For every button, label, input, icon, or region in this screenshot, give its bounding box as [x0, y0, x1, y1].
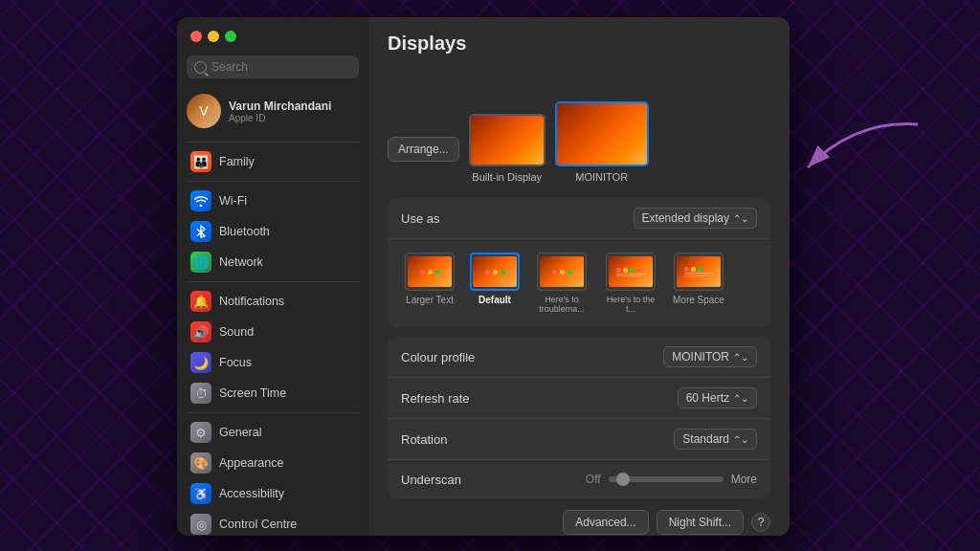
sidebar-label-notifications: Notifications [219, 295, 284, 308]
use-as-row: Use as Extended display ⌃⌄ [388, 198, 770, 239]
avatar: V [187, 94, 221, 128]
advanced-button[interactable]: Advanced... [563, 510, 648, 535]
use-as-dropdown[interactable]: Extended display ⌃⌄ [634, 208, 757, 229]
dot-yellow-t1 [560, 270, 565, 275]
colour-profile-row: Colour profile MOINITOR ⌃⌄ [388, 337, 770, 378]
monitor-display-preview[interactable]: MOINITOR [555, 101, 649, 183]
use-as-selected: Extended display [642, 211, 729, 225]
use-as-chevron: ⌃⌄ [733, 213, 748, 224]
builtin-display-thumbnail [469, 114, 546, 166]
sidebar-item-focus[interactable]: 🌙 Focus [181, 347, 365, 378]
res-option-t2[interactable]: Here's to the t... [600, 249, 661, 318]
sidebar-label-sound: Sound [219, 325, 254, 339]
res-preview-default [470, 253, 520, 291]
divider-2 [187, 181, 359, 182]
res-preview-t1 [537, 253, 587, 291]
res-option-default[interactable]: Default [466, 249, 523, 318]
underscan-more-label: More [731, 473, 757, 486]
page-title: Displays [388, 33, 770, 55]
main-content: Displays Arrange... Built-in Display MOI… [368, 17, 790, 536]
monitor-display-thumbnail [555, 101, 649, 166]
refresh-rate-chevron: ⌃⌄ [733, 393, 748, 404]
d2 [623, 268, 628, 273]
help-button[interactable]: ? [751, 513, 770, 532]
underscan-off-label: Off [586, 473, 601, 486]
family-icon: 👪 [190, 151, 212, 172]
sidebar-label-general: General [219, 426, 261, 439]
sidebar-section-system1: 🔔 Notifications 🔊 Sound 🌙 Focus ⏱ Screen… [177, 286, 368, 408]
resolution-options: Larger Text Default [388, 239, 770, 327]
sidebar-item-controlcentre[interactable]: ◎ Control Centre [181, 509, 365, 536]
sidebar-label-family: Family [219, 155, 255, 168]
sidebar-item-accessibility[interactable]: ♿ Accessibility [181, 478, 365, 509]
colour-profile-selected: MOINITOR [672, 350, 729, 364]
refresh-rate-label: Refresh rate [401, 391, 470, 406]
wifi-icon [190, 190, 212, 211]
arrange-button[interactable]: Arrange... [388, 137, 459, 162]
res-label-larger: Larger Text [406, 295, 454, 305]
sidebar-item-wifi[interactable]: Wi-Fi [181, 186, 365, 216]
dot-green-default [501, 270, 505, 275]
dot-red-larger [420, 270, 425, 275]
divider-3 [187, 281, 359, 282]
sidebar-item-appearance[interactable]: 🎨 Appearance [181, 448, 365, 478]
res-preview-larger [405, 253, 455, 291]
res-label-t1: Here's to troublema... [535, 295, 589, 314]
settings-window: V Varun Mirchandani Apple ID 👪 Family [177, 17, 790, 536]
sidebar-item-sound[interactable]: 🔊 Sound [181, 317, 365, 347]
night-shift-button[interactable]: Night Shift... [657, 510, 744, 535]
screentime-icon: ⏱ [190, 383, 212, 404]
sidebar-item-screentime[interactable]: ⏱ Screen Time [181, 378, 365, 408]
rotation-dropdown[interactable]: Standard ⌃⌄ [674, 429, 757, 450]
accessibility-icon: ♿ [190, 483, 212, 504]
sidebar-label-accessibility: Accessibility [219, 487, 284, 500]
sidebar-item-general[interactable]: ⚙ General [181, 417, 365, 448]
sidebar-item-bluetooth[interactable]: Bluetooth [181, 216, 365, 247]
dot-red-default [485, 270, 490, 275]
res-preview-inner-t2 [609, 256, 653, 287]
sidebar-item-family[interactable]: 👪 Family [181, 146, 365, 177]
res-option-more[interactable]: More Space [669, 249, 728, 318]
sidebar-label-focus: Focus [219, 356, 252, 369]
sidebar-section-system2: ⚙ General 🎨 Appearance ♿ Accessibility ◎… [177, 417, 368, 536]
res-option-t1[interactable]: Here's to troublema... [531, 249, 592, 318]
refresh-rate-dropdown[interactable]: 60 Hertz ⌃⌄ [678, 387, 757, 408]
use-as-value: Extended display ⌃⌄ [634, 208, 757, 229]
d1 [616, 268, 621, 273]
d3 [630, 268, 635, 273]
res-preview-t2 [606, 253, 656, 291]
sidebar: V Varun Mirchandani Apple ID 👪 Family [177, 17, 368, 536]
builtin-display-preview[interactable]: Built-in Display [469, 114, 546, 183]
rotation-value: Standard ⌃⌄ [674, 429, 757, 450]
underscan-thumb [616, 473, 630, 486]
dm3 [698, 267, 702, 272]
search-bar[interactable] [187, 55, 359, 78]
user-subtitle: Apple ID [229, 113, 331, 123]
maximize-button[interactable] [225, 31, 236, 42]
search-input[interactable] [212, 60, 351, 74]
sidebar-section-network: Wi-Fi Bluetooth 🌐 Network [177, 186, 368, 277]
sidebar-item-network[interactable]: 🌐 Network [181, 247, 365, 277]
builtin-display-label: Built-in Display [472, 171, 542, 183]
monitor-display-image [557, 103, 647, 165]
sidebar-label-appearance: Appearance [219, 456, 283, 470]
display-previews: Arrange... Built-in Display MOINITOR [388, 68, 770, 183]
builtin-display-image [471, 116, 544, 165]
use-as-label: Use as [401, 211, 439, 226]
colour-profile-dropdown[interactable]: MOINITOR ⌃⌄ [663, 346, 757, 367]
user-name: Varun Mirchandani [229, 99, 331, 113]
underscan-slider[interactable] [609, 476, 724, 482]
colour-profile-label: Colour profile [401, 350, 475, 364]
minimize-button[interactable] [208, 31, 219, 42]
bottom-buttons: Advanced... Night Shift... ? [388, 510, 770, 535]
underscan-value: Off More [586, 473, 757, 486]
dot-yellow-larger [428, 270, 433, 275]
res-dots-larger [420, 270, 440, 275]
user-profile[interactable]: V Varun Mirchandani Apple ID [177, 88, 368, 138]
sidebar-item-notifications[interactable]: 🔔 Notifications [181, 286, 365, 317]
refresh-rate-row: Refresh rate 60 Hertz ⌃⌄ [388, 378, 770, 419]
res-label-default: Default [479, 295, 511, 305]
divider-1 [187, 142, 359, 143]
res-option-larger[interactable]: Larger Text [401, 249, 458, 318]
close-button[interactable] [190, 31, 202, 42]
